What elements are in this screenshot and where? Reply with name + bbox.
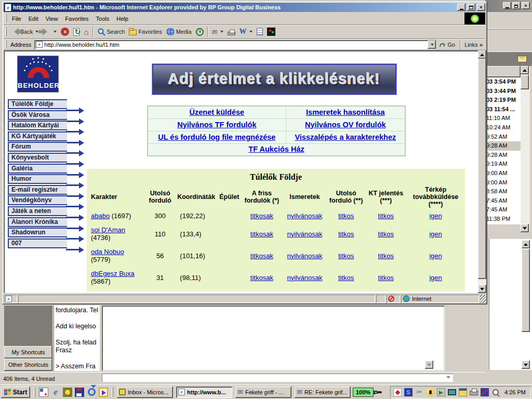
message-list-item[interactable]: 9:00 AM	[485, 178, 521, 188]
sidebar-item[interactable]: Könyvesbolt	[8, 153, 67, 163]
last-turn-link[interactable]: titkos	[338, 274, 354, 282]
character-link[interactable]: dbEgesz Buxa	[91, 270, 135, 277]
sidebar-item[interactable]: 007	[8, 238, 67, 248]
message-list-item[interactable]: 11:38 PM	[485, 215, 521, 224]
menu-item-help[interactable]: Help	[113, 15, 132, 23]
sidebar-item[interactable]: Shadowrun	[8, 228, 67, 237]
quick-link[interactable]: TF Aukciós Ház	[248, 145, 304, 153]
show-desktop-icon[interactable]	[39, 388, 48, 397]
sidebar-item[interactable]: E-mail regiszter	[8, 185, 67, 195]
quick-link[interactable]: Nyilvános TF fordulók	[177, 121, 256, 129]
outlook-close-button[interactable]: ×	[522, 2, 530, 9]
quick-link[interactable]: Visszalépés a karakterekhez	[295, 133, 396, 141]
scroll-thumb[interactable]	[522, 249, 530, 332]
outlook-minimize-button[interactable]	[503, 2, 511, 9]
message-list-item[interactable]: 03 2:19 PM	[485, 96, 521, 105]
outlook-launch-icon[interactable]	[63, 388, 72, 397]
map-forward-link[interactable]: igen	[429, 230, 442, 238]
shortcuts-button[interactable]: My Shortcuts	[4, 346, 52, 358]
scroll-down-arrow[interactable]	[522, 361, 530, 369]
sidebar-item[interactable]: Hatalom Kártyái	[8, 121, 67, 130]
message-list-item[interactable]: 03 3:44 PM	[485, 87, 521, 96]
knowledge-link[interactable]: nyilvánosak	[287, 252, 323, 260]
shortcuts-button[interactable]: Other Shortcuts	[4, 358, 52, 371]
edit-button[interactable]: W	[237, 25, 255, 38]
stop-button[interactable]: ×	[59, 25, 71, 38]
tray-icon-display[interactable]	[448, 389, 456, 395]
sidebar-item[interactable]: Alanori Krónika	[8, 217, 67, 227]
outlook-restore-button[interactable]	[512, 2, 521, 9]
scroll-up-arrow[interactable]	[478, 50, 486, 59]
message-list-item[interactable]: 9:00 AM	[485, 169, 521, 178]
print-button[interactable]	[225, 25, 237, 38]
last-turn-link[interactable]: titkos	[338, 230, 354, 238]
history-button[interactable]	[194, 25, 206, 38]
tray-icon-scissors[interactable]: ✂	[415, 388, 423, 396]
floppy-save-icon[interactable]	[75, 388, 84, 397]
knowledge-link[interactable]: nyilvánosak	[287, 274, 323, 282]
taskbar-clock[interactable]: 4:26 PM	[502, 389, 528, 395]
forward-dropdown-icon[interactable]	[54, 31, 57, 33]
scroll-down-arrow[interactable]	[445, 374, 452, 381]
ie-maximize-button[interactable]	[467, 4, 475, 11]
message-list-item[interactable]: 8:58 AM	[485, 187, 521, 196]
media-button[interactable]: Media	[164, 25, 194, 38]
taskbar-grip[interactable]	[34, 388, 35, 397]
scroll-down-arrow[interactable]	[425, 361, 433, 369]
tray-icon-7[interactable]	[459, 388, 467, 396]
outlook-list-scrollbar[interactable]	[521, 66, 530, 232]
tray-icon-1[interactable]	[393, 388, 402, 396]
discuss-button[interactable]	[255, 25, 265, 38]
favorites-button[interactable]: Favorites	[127, 25, 164, 38]
sidebar-item[interactable]: Humor	[8, 174, 67, 184]
knowledge-link[interactable]: nyilvánosak	[287, 230, 323, 238]
scroll-thumb[interactable]	[478, 59, 486, 279]
scroll-up-arrow[interactable]	[522, 240, 530, 248]
start-button[interactable]: Start	[1, 387, 30, 398]
toolbar-grip[interactable]	[5, 27, 7, 36]
home-button[interactable]: ⌂	[82, 25, 90, 38]
fresh-turns-link[interactable]: titkosak	[250, 230, 273, 238]
search-button[interactable]: Search	[95, 25, 127, 38]
menu-item-favorites[interactable]: Favorites	[61, 15, 92, 23]
map-forward-link[interactable]: igen	[429, 212, 442, 220]
message-list-item[interactable]: 03 11:54 ...	[485, 105, 521, 114]
message-list-item[interactable]: 9:52 AM	[485, 132, 521, 142]
character-link[interactable]: soi D'Aman	[91, 226, 125, 234]
scroll-down-arrow[interactable]	[521, 224, 529, 232]
back-button[interactable]: Back	[8, 25, 41, 38]
scroll-down-arrow[interactable]	[478, 285, 486, 293]
internet-explorer-icon[interactable]: e	[54, 388, 58, 397]
addressbar-grip[interactable]	[5, 41, 7, 48]
task-button[interactable]: ✉Fekete griff - ...	[235, 387, 291, 398]
tray-icon-magnifier[interactable]	[491, 388, 500, 396]
task-button[interactable]: Inbox - Micros...	[117, 387, 173, 398]
mail-button[interactable]: ✉	[210, 25, 225, 38]
menu-item-file[interactable]: File	[8, 15, 25, 23]
tray-icon-4[interactable]	[426, 388, 434, 396]
kt-report-link[interactable]: titkos	[378, 274, 394, 282]
quick-link[interactable]: Ismeretek hasonlítása	[306, 108, 385, 116]
outlook-splitter[interactable]	[485, 232, 532, 239]
media-player-icon[interactable]	[99, 388, 108, 397]
fresh-turns-link[interactable]: titkosak	[250, 252, 273, 260]
menu-item-view[interactable]: View	[42, 15, 62, 23]
kt-report-link[interactable]: titkos	[378, 212, 394, 220]
message-list-item[interactable]: 9:28 AM	[485, 141, 521, 151]
beholder-logo[interactable]: BEHOLDER	[17, 56, 59, 92]
edit-dropdown-icon[interactable]	[249, 31, 252, 33]
quick-link[interactable]: Nyilvános OV fordulók	[305, 121, 386, 129]
sidebar-item[interactable]: KG Kártyajáték	[8, 131, 67, 141]
last-turn-link[interactable]: titkos	[338, 212, 354, 220]
quick-link[interactable]: Üzenet küldése	[190, 108, 245, 116]
sidebar-item[interactable]: Játék a neten	[8, 206, 67, 216]
message-list-item[interactable]: 9:19 AM	[485, 159, 521, 169]
message-list-item[interactable]: 9:28 AM	[485, 151, 521, 160]
sidebar-item[interactable]: Galéria	[8, 164, 67, 174]
page-scrollbar[interactable]	[478, 50, 486, 293]
battery-meter[interactable]: 100%	[353, 388, 374, 397]
map-forward-link[interactable]: igen	[429, 274, 442, 282]
scroll-up-arrow[interactable]	[521, 66, 529, 74]
go-button[interactable]: Go	[436, 38, 459, 51]
character-link[interactable]: ababo	[91, 212, 110, 220]
